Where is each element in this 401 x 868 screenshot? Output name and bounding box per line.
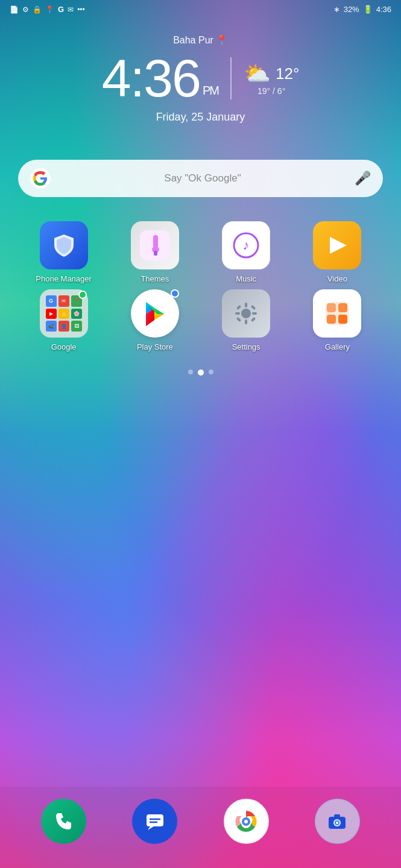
svg-rect-17 xyxy=(235,312,240,315)
svg-rect-25 xyxy=(327,303,336,312)
google-logo xyxy=(30,168,51,189)
app-phone-manager[interactable]: Phone Manager xyxy=(18,221,109,283)
security-icon: 🔒 xyxy=(33,5,42,14)
svg-point-36 xyxy=(244,820,248,823)
svg-rect-19 xyxy=(236,305,241,310)
dock-chrome[interactable] xyxy=(224,799,269,844)
svg-point-40 xyxy=(336,822,338,824)
mini-meet-icon: 📹 xyxy=(46,321,57,332)
dock-phone[interactable] xyxy=(41,799,86,844)
time-ampm: PM xyxy=(203,84,218,96)
play-store-notification-dot xyxy=(171,289,179,298)
google-folder-icon: G ✉ 📍 ▶ △ 🌸 📹 👤 🖼 xyxy=(40,289,88,338)
weather-icon: ⛅ xyxy=(244,61,271,86)
status-left-icons: 📄 ⚙ 🔒 📍 G ✉ ••• xyxy=(10,5,85,14)
svg-marker-30 xyxy=(148,826,154,830)
video-icon xyxy=(313,221,361,269)
svg-rect-20 xyxy=(251,305,256,310)
wallpaper xyxy=(0,0,401,868)
google-label: Google xyxy=(51,342,77,351)
gmail-icon: ✉ xyxy=(68,5,74,14)
more-icon: ••• xyxy=(77,5,85,14)
mini-drive-icon: △ xyxy=(58,309,69,319)
mini-duo-icon: 👤 xyxy=(58,321,69,332)
page-dot-2[interactable] xyxy=(209,370,213,374)
video-label: Video xyxy=(327,274,347,283)
phone-icon xyxy=(53,811,75,832)
messages-icon xyxy=(144,811,166,832)
search-placeholder: Say "Ok Google" xyxy=(59,172,346,184)
svg-rect-26 xyxy=(338,303,347,312)
divider xyxy=(230,57,232,99)
gallery-image-icon xyxy=(322,298,352,329)
date-display: Friday, 25 January xyxy=(156,111,245,124)
chrome-icon xyxy=(235,810,257,833)
svg-rect-3 xyxy=(153,235,158,248)
mini-gmail-icon: ✉ xyxy=(58,295,69,307)
app-gallery[interactable]: Gallery xyxy=(292,289,383,351)
app-grid: Phone Manager Themes xyxy=(12,221,389,351)
app-themes[interactable]: Themes xyxy=(109,221,200,283)
file-icon: 📄 xyxy=(10,5,19,14)
app-play-store[interactable]: Play Store xyxy=(109,289,200,351)
shield-icon xyxy=(51,232,77,259)
svg-text:♪: ♪ xyxy=(243,237,250,253)
microphone-icon[interactable]: 🎤 xyxy=(355,171,371,186)
battery-icon: 🔋 xyxy=(363,5,373,14)
dock-camera[interactable] xyxy=(315,799,360,844)
svg-rect-18 xyxy=(252,312,257,315)
app-settings[interactable]: Settings xyxy=(201,289,292,351)
svg-rect-16 xyxy=(245,319,247,324)
time-status: 4:36 xyxy=(376,5,391,14)
gallery-icon xyxy=(313,289,361,338)
search-bar[interactable]: Say "Ok Google" 🎤 xyxy=(18,160,383,197)
mini-gallery-folder-icon: 🖼 xyxy=(71,321,82,332)
weather-temp: 12° xyxy=(276,64,299,83)
phone-manager-icon xyxy=(40,221,88,269)
dock xyxy=(0,787,401,868)
clock-time: 4:36 xyxy=(102,52,200,105)
dock-messages[interactable] xyxy=(132,799,177,844)
app-google-folder[interactable]: G ✉ 📍 ▶ △ 🌸 📹 👤 🖼 Google xyxy=(18,289,109,351)
status-right-icons: ∗ 32% 🔋 4:36 xyxy=(333,5,391,14)
svg-rect-29 xyxy=(147,814,163,826)
svg-rect-22 xyxy=(251,317,256,322)
clock-weather-row: 4:36 PM ⛅ 12° 19° / 6° xyxy=(102,52,300,105)
svg-point-14 xyxy=(241,309,251,318)
location-pin-icon: 📍 xyxy=(216,34,228,46)
brush-icon xyxy=(140,230,170,260)
camera-icon xyxy=(326,811,348,832)
gear-icon xyxy=(233,300,259,327)
svg-rect-5 xyxy=(154,251,157,256)
music-label: Music xyxy=(236,274,256,283)
settings-label: Settings xyxy=(232,342,260,351)
play-triangle-icon xyxy=(324,232,350,259)
weather-info: ⛅ 12° 19° / 6° xyxy=(244,61,299,96)
music-note-icon: ♪ xyxy=(231,230,261,260)
clock-widget: Baha Pur 📍 4:36 PM ⛅ 12° 19° / 6° Friday… xyxy=(0,34,401,124)
svg-rect-27 xyxy=(327,315,336,324)
bluetooth-icon: ∗ xyxy=(333,5,340,14)
location-row: Baha Pur 📍 xyxy=(173,34,228,46)
phone-manager-label: Phone Manager xyxy=(36,274,92,283)
weather-range: 19° / 6° xyxy=(257,86,285,96)
svg-rect-21 xyxy=(236,317,241,322)
page-dot-1[interactable] xyxy=(198,370,204,376)
page-dot-0[interactable] xyxy=(188,370,193,374)
battery-percentage: 32% xyxy=(344,5,359,14)
location-status-icon: 📍 xyxy=(45,5,54,14)
mini-youtube-icon: ▶ xyxy=(46,309,57,319)
themes-label: Themes xyxy=(141,274,169,283)
svg-marker-9 xyxy=(330,237,347,254)
settings-icon xyxy=(222,289,270,338)
location-name: Baha Pur xyxy=(173,35,213,46)
play-store-icon-wrap xyxy=(131,289,179,338)
app-music[interactable]: ♪ Music xyxy=(201,221,292,283)
google-status-icon: G xyxy=(58,5,64,14)
svg-rect-15 xyxy=(245,303,247,307)
play-store-triangle-icon xyxy=(141,300,169,327)
svg-rect-28 xyxy=(338,315,347,324)
app-video[interactable]: Video xyxy=(292,221,383,283)
time-display: 4:36 PM xyxy=(102,52,218,105)
gallery-label: Gallery xyxy=(325,342,350,351)
